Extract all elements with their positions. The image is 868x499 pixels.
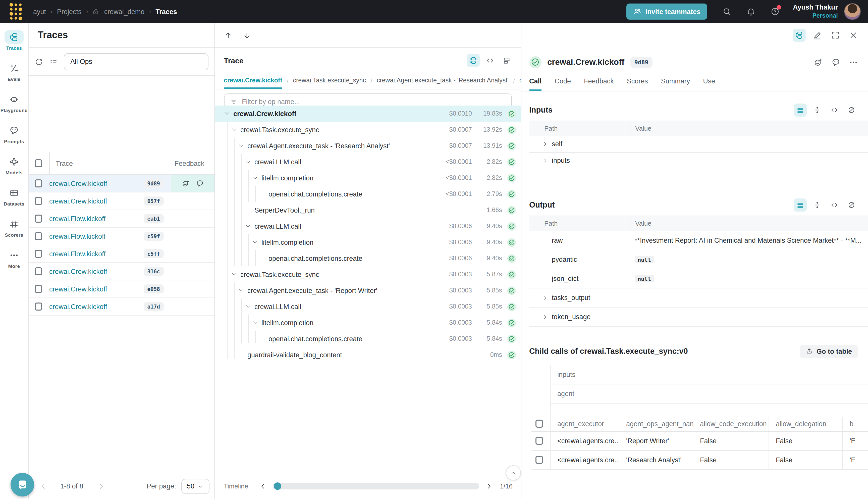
- op-tab[interactable]: crewai.Agent.execute_task - 'Research An…: [377, 73, 509, 89]
- arrow-up-icon[interactable]: [224, 31, 232, 39]
- row-checkbox[interactable]: [35, 250, 42, 258]
- hide-values-icon[interactable]: [845, 103, 858, 116]
- trace-name-link[interactable]: crewai.Flow.kickoff: [49, 250, 106, 257]
- sidebar-item-models[interactable]: Models: [4, 155, 24, 175]
- search-icon[interactable]: [722, 7, 732, 16]
- op-tab[interactable]: crewai.Crew.kickoff: [224, 73, 282, 89]
- chevron-down-icon[interactable]: [245, 304, 251, 309]
- call-tree-row[interactable]: litellm.completion $0.0003 5.84s: [215, 315, 521, 331]
- wandb-logo-icon[interactable]: [9, 3, 22, 20]
- tree-view-icon[interactable]: [793, 29, 806, 42]
- trace-cell[interactable]: crewai.Crew.kickoff 316c: [29, 263, 171, 280]
- notifications-bell-icon[interactable]: [747, 7, 756, 16]
- output-row[interactable]: token_usage: [529, 307, 868, 326]
- output-row[interactable]: pydantic null: [529, 250, 868, 269]
- trace-name-link[interactable]: crewai.Crew.kickoff: [49, 268, 107, 275]
- flame-graph-icon[interactable]: [500, 54, 513, 67]
- tab[interactable]: Scores: [627, 77, 648, 91]
- call-tree-row[interactable]: crewai.LLM.call $0.0003 5.85s: [215, 299, 521, 315]
- call-tree-row[interactable]: openai.chat.completions.create $0.0006 9…: [215, 250, 521, 266]
- table-row[interactable]: <crewai.agents.cre... 'Research Analyst'…: [531, 451, 868, 470]
- row-checkbox[interactable]: [35, 197, 42, 205]
- timeline-slider-handle[interactable]: [274, 483, 281, 490]
- expand-rows-icon[interactable]: [811, 198, 824, 211]
- call-tree-row[interactable]: crewai.Task.execute_sync $0.0007 13.92s: [215, 122, 521, 138]
- next-page-icon[interactable]: [97, 483, 105, 490]
- chevron-right-icon[interactable]: [542, 158, 548, 163]
- call-tree-row[interactable]: crewai.LLM.call $0.0006 9.40s: [215, 218, 521, 234]
- sidebar-item-playground[interactable]: Playground: [0, 93, 28, 113]
- column-header[interactable]: allow_delegation: [768, 416, 842, 431]
- input-row[interactable]: self: [529, 136, 868, 153]
- trace-name-link[interactable]: crewai.Flow.kickoff: [49, 215, 106, 222]
- help-icon[interactable]: [771, 7, 780, 16]
- output-row[interactable]: raw **Investment Report: AI in Chemical …: [529, 231, 868, 250]
- row-checkbox[interactable]: [35, 179, 42, 187]
- trace-cell[interactable]: crewai.Flow.kickoff c59f: [29, 228, 171, 245]
- chevron-down-icon[interactable]: [252, 239, 258, 245]
- op-tab[interactable]: crewai.Task.execute_sync: [293, 73, 366, 89]
- row-checkbox[interactable]: [35, 215, 42, 223]
- trace-name-link[interactable]: crewai.Flow.kickoff: [49, 232, 106, 240]
- arrow-down-icon[interactable]: [243, 31, 251, 39]
- tab[interactable]: Use: [703, 77, 715, 91]
- close-icon[interactable]: [847, 29, 860, 42]
- chevron-right-icon[interactable]: [542, 141, 548, 147]
- chevron-down-icon[interactable]: [252, 175, 258, 181]
- trace-cell[interactable]: crewai.Flow.kickoff c5ff: [29, 245, 171, 262]
- table-row[interactable]: crewai.Crew.kickoff a17d: [29, 298, 214, 316]
- sidebar-item-traces[interactable]: Traces: [4, 30, 24, 51]
- column-header[interactable]: agent_ops_agent_nan: [619, 416, 692, 431]
- invite-teammates-button[interactable]: Invite teammates: [627, 3, 707, 20]
- op-tab[interactable]: crewai.LLM.call: [519, 73, 521, 89]
- chevron-down-icon[interactable]: [252, 320, 258, 326]
- trace-cell[interactable]: crewai.Flow.kickoff eab1: [29, 210, 171, 227]
- trace-name-link[interactable]: crewai.Crew.kickoff: [49, 285, 107, 293]
- call-tree-row[interactable]: crewai.Agent.execute_task - 'Research An…: [215, 138, 521, 154]
- avatar[interactable]: [844, 3, 861, 20]
- sidebar-item-more[interactable]: More: [4, 248, 24, 269]
- chevron-down-icon[interactable]: [231, 126, 237, 133]
- prev-page-icon[interactable]: [40, 483, 47, 490]
- table-row[interactable]: crewai.Flow.kickoff eab1: [29, 210, 214, 228]
- chevron-down-icon[interactable]: [238, 288, 244, 293]
- table-row[interactable]: <crewai.agents.cre... 'Report Writer' Fa…: [531, 431, 868, 451]
- sidebar-item-scorers[interactable]: Scorers: [4, 217, 24, 238]
- user-menu[interactable]: Ayush Thakur Personal: [793, 3, 838, 20]
- output-row[interactable]: json_dict null: [529, 269, 868, 288]
- row-checkbox[interactable]: [35, 303, 42, 311]
- breadcrumb-page[interactable]: Traces: [156, 8, 177, 15]
- feedback-cell[interactable]: [171, 175, 214, 192]
- tab[interactable]: Feedback: [584, 77, 614, 91]
- trace-name-link[interactable]: crewai.Crew.kickoff: [49, 180, 107, 187]
- row-checkbox[interactable]: [35, 267, 42, 276]
- code-view-icon[interactable]: [828, 103, 841, 116]
- group-header-label[interactable]: inputs: [550, 365, 868, 384]
- sidebar-item-evals[interactable]: Evals: [4, 61, 24, 82]
- tree-view-icon[interactable]: [467, 54, 480, 67]
- support-chat-button[interactable]: [11, 473, 34, 497]
- code-view-icon[interactable]: [828, 198, 841, 211]
- add-reaction-icon[interactable]: [182, 179, 190, 187]
- trace-cell[interactable]: crewai.Crew.kickoff 657f: [29, 193, 171, 209]
- table-row[interactable]: crewai.Crew.kickoff e058: [29, 280, 214, 298]
- column-header-feedback[interactable]: Feedback: [171, 160, 214, 167]
- call-tree-row[interactable]: openai.chat.completions.create <$0.0001 …: [215, 186, 521, 202]
- column-header-trace[interactable]: Trace: [49, 152, 171, 174]
- refresh-icon[interactable]: [35, 57, 43, 66]
- trace-cell[interactable]: crewai.Crew.kickoff e058: [29, 280, 171, 297]
- hide-values-icon[interactable]: [845, 198, 858, 211]
- column-header[interactable]: b: [842, 416, 868, 431]
- timeline-next-icon[interactable]: [485, 483, 493, 490]
- chevron-down-icon[interactable]: [231, 271, 237, 277]
- code-view-icon[interactable]: [483, 54, 497, 67]
- chevron-down-icon[interactable]: [238, 143, 244, 149]
- tab[interactable]: Code: [555, 77, 571, 91]
- comment-icon[interactable]: [831, 58, 840, 66]
- filter-list-icon[interactable]: [49, 57, 58, 66]
- select-all-checkbox[interactable]: [35, 159, 42, 167]
- table-row[interactable]: crewai.Crew.kickoff 316c: [29, 263, 214, 280]
- call-tree-row[interactable]: guardrail-validate_blog_content 0ms: [215, 347, 521, 363]
- sidebar-item-datasets[interactable]: Datasets: [4, 186, 24, 207]
- timeline-slider[interactable]: [273, 483, 479, 489]
